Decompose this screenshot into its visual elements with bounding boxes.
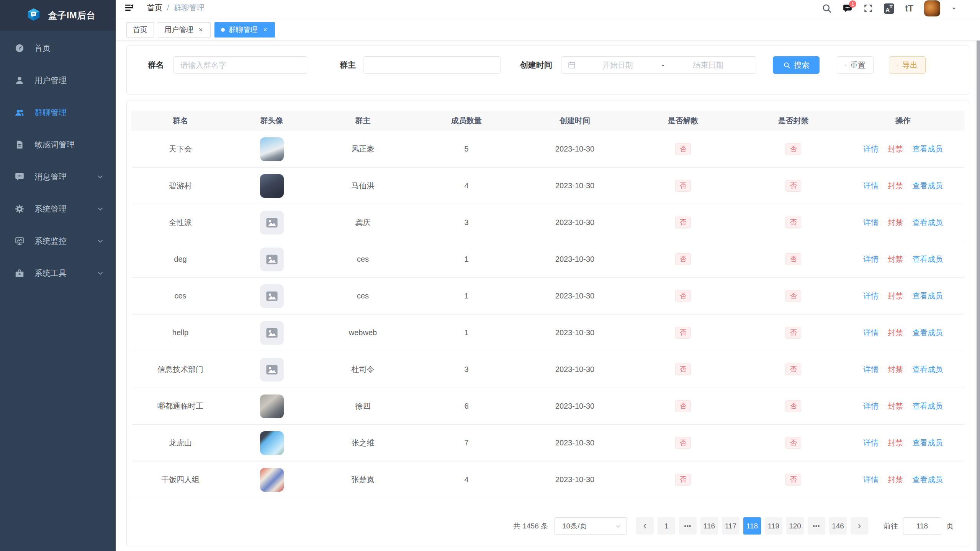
view-members-link[interactable]: 查看成员	[912, 328, 943, 338]
sidebar-item-system-tools[interactable]: 系统工具	[0, 257, 116, 289]
export-button[interactable]: 导出	[889, 56, 926, 74]
view-members-link[interactable]: 查看成员	[912, 144, 943, 154]
ban-link[interactable]: 封禁	[888, 438, 903, 448]
font-size-icon[interactable]: tT	[905, 4, 913, 13]
group-avatar-image[interactable]	[260, 468, 284, 492]
sidebar-item-message-management[interactable]: 消息管理	[0, 161, 116, 193]
pager-page-120[interactable]: 120	[786, 517, 804, 535]
language-translate-icon[interactable]: A 文	[884, 3, 894, 14]
cell-actions: 详情 封禁 查看成员	[849, 364, 957, 375]
user-menu-caret-icon[interactable]	[951, 5, 957, 11]
ban-link[interactable]: 封禁	[888, 181, 903, 191]
view-members-link[interactable]: 查看成员	[912, 401, 943, 411]
sidebar-item-label: 消息管理	[34, 171, 67, 182]
chevron-down-icon	[97, 269, 104, 277]
detail-link[interactable]: 详情	[863, 438, 879, 448]
ban-link[interactable]: 封禁	[888, 328, 903, 338]
sidebar-item-system-management[interactable]: 系统管理	[0, 193, 116, 225]
view-members-link[interactable]: 查看成员	[912, 474, 943, 485]
detail-link[interactable]: 详情	[863, 144, 879, 154]
ban-link[interactable]: 封禁	[888, 291, 903, 301]
pager-page-117[interactable]: 117	[722, 517, 739, 535]
sidebar-item-sensitive-words[interactable]: 敏感词管理	[0, 129, 116, 161]
tab-home[interactable]: 首页	[126, 22, 154, 37]
view-members-link[interactable]: 查看成员	[912, 364, 943, 375]
cell-group-avatar	[229, 284, 314, 308]
detail-link[interactable]: 详情	[863, 401, 879, 411]
start-date-placeholder[interactable]: 开始日期	[576, 60, 659, 70]
cell-group-name: 碧游村	[131, 181, 229, 191]
date-range-picker[interactable]: 开始日期 - 结束日期	[561, 56, 756, 74]
cell-group-owner: 风正豪	[314, 144, 412, 154]
view-members-link[interactable]: 查看成员	[912, 438, 943, 448]
sidebar-item-user-management[interactable]: 用户管理	[0, 64, 116, 96]
pager-ellipsis[interactable]: •••	[679, 517, 697, 535]
vertical-scrollbar[interactable]	[977, 19, 980, 551]
pager-prev-button[interactable]	[636, 517, 654, 535]
group-avatar-image[interactable]	[260, 395, 284, 418]
group-avatar-placeholder-icon[interactable]	[260, 321, 284, 345]
detail-link[interactable]: 详情	[863, 474, 879, 485]
sidebar-item-home[interactable]: 首页	[0, 32, 116, 64]
ban-link[interactable]: 封禁	[888, 401, 903, 411]
group-avatar-placeholder-icon[interactable]	[260, 248, 284, 271]
cell-create-time: 2023-10-30	[521, 145, 628, 153]
detail-link[interactable]: 详情	[863, 254, 879, 264]
pager-buttons: 1•••116117118119120•••146	[636, 517, 868, 535]
pager-ellipsis[interactable]: •••	[808, 517, 825, 535]
detail-link[interactable]: 详情	[863, 291, 879, 301]
banned-badge: 否	[785, 400, 801, 412]
ban-link[interactable]: 封禁	[888, 144, 903, 154]
app-logo[interactable]: 盒子IM后台	[0, 0, 116, 31]
pager-page-119[interactable]: 119	[765, 517, 782, 535]
tab-user-management[interactable]: 用户管理	[158, 22, 211, 37]
search-icon[interactable]	[822, 3, 832, 13]
group-owner-input[interactable]	[363, 56, 501, 74]
pager-page-146[interactable]: 146	[829, 517, 847, 535]
cell-group-owner: webweb	[314, 328, 412, 337]
cell-create-time: 2023-10-30	[521, 255, 628, 264]
reset-button[interactable]: 重置	[837, 56, 874, 74]
tab-close-icon[interactable]	[262, 26, 268, 33]
detail-link[interactable]: 详情	[863, 364, 879, 375]
pager-page-116[interactable]: 116	[700, 517, 718, 535]
tab-group-management[interactable]: 群聊管理	[214, 22, 275, 37]
ban-link[interactable]: 封禁	[888, 217, 903, 228]
sidebar-item-system-monitor[interactable]: 系统监控	[0, 225, 116, 257]
pager-next-button[interactable]	[851, 517, 868, 535]
table-row: 碧游村 马仙洪 4 2023-10-30 否 否 详情 封禁 查看成员	[131, 168, 964, 204]
ban-link[interactable]: 封禁	[888, 474, 903, 485]
page-size-select[interactable]: 10条/页	[554, 517, 627, 535]
jump-suffix: 页	[946, 521, 954, 531]
pager-page-118[interactable]: 118	[743, 517, 761, 535]
tab-close-icon[interactable]	[197, 26, 204, 33]
group-avatar-placeholder-icon[interactable]	[260, 358, 284, 381]
breadcrumb-home[interactable]: 首页	[147, 3, 162, 13]
ban-link[interactable]: 封禁	[888, 254, 903, 264]
detail-link[interactable]: 详情	[863, 328, 879, 338]
cell-member-count: 6	[412, 402, 521, 411]
messages-icon[interactable]: 1	[843, 3, 852, 13]
user-avatar[interactable]	[924, 0, 940, 16]
detail-link[interactable]: 详情	[863, 181, 879, 191]
view-members-link[interactable]: 查看成员	[912, 254, 943, 264]
sidebar-item-group-management[interactable]: 群聊管理	[0, 96, 116, 129]
fullscreen-icon[interactable]	[863, 3, 873, 13]
search-button[interactable]: 搜索	[773, 56, 820, 74]
group-name-input[interactable]	[173, 56, 307, 74]
pager-page-1[interactable]: 1	[658, 517, 675, 535]
cell-create-time: 2023-10-30	[521, 328, 628, 337]
ban-link[interactable]: 封禁	[888, 364, 903, 375]
group-avatar-placeholder-icon[interactable]	[260, 211, 284, 235]
view-members-link[interactable]: 查看成员	[912, 181, 943, 191]
group-avatar-image[interactable]	[260, 431, 284, 455]
view-members-link[interactable]: 查看成员	[912, 291, 943, 301]
group-avatar-image[interactable]	[260, 137, 284, 161]
sidebar-toggle-icon[interactable]	[124, 3, 134, 12]
jump-page-input[interactable]	[903, 517, 941, 535]
view-members-link[interactable]: 查看成员	[912, 217, 943, 228]
group-avatar-image[interactable]	[260, 174, 284, 198]
end-date-placeholder[interactable]: 结束日期	[666, 60, 750, 70]
detail-link[interactable]: 详情	[863, 217, 879, 228]
group-avatar-placeholder-icon[interactable]	[260, 284, 284, 308]
